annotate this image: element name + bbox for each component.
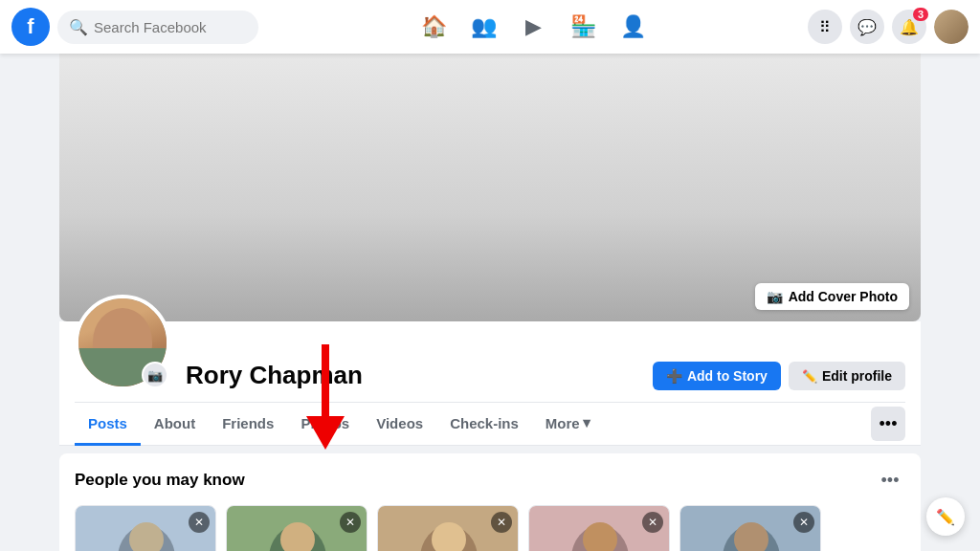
close-person-button[interactable]: ✕ xyxy=(340,512,361,533)
people-header: People you may know ••• xyxy=(75,465,905,496)
people-cards: ✕ ✕ ✕ ✕ xyxy=(75,505,905,551)
profile-section: 📷 Rory Chapman ➕ Add to Story ✏️ Edit pr… xyxy=(59,321,921,446)
close-person-button[interactable]: ✕ xyxy=(491,512,512,533)
tab-posts[interactable]: Posts xyxy=(75,404,141,446)
profile-avatar-wrapper: 📷 xyxy=(75,295,170,390)
marketplace-nav-button[interactable]: 🏪 xyxy=(560,4,606,50)
nav-left: f 🔍 xyxy=(11,8,258,46)
nav-center: 🏠 👥 ▶ 🏪 👤 xyxy=(258,4,808,50)
friends-icon: 👥 xyxy=(471,14,497,39)
home-nav-button[interactable]: 🏠 xyxy=(411,4,457,50)
tab-about[interactable]: About xyxy=(141,404,209,446)
top-navigation: f 🔍 🏠 👥 ▶ 🏪 👤 ⠿ 💬 🔔 3 xyxy=(0,0,980,54)
notifications-button[interactable]: 🔔 3 xyxy=(892,10,926,44)
grid-icon: ⠿ xyxy=(819,18,831,36)
marketplace-icon: 🏪 xyxy=(570,14,596,39)
home-icon: 🏠 xyxy=(421,14,447,39)
profile-top: 📷 Rory Chapman ➕ Add to Story ✏️ Edit pr… xyxy=(75,321,905,402)
profile-name-area: Rory Chapman xyxy=(186,361,653,390)
watch-icon: ▶ xyxy=(525,14,542,39)
profile-actions: ➕ Add to Story ✏️ Edit profile xyxy=(653,362,905,390)
notification-icon: 🔔 xyxy=(900,18,919,36)
camera-icon: 📷 xyxy=(767,289,783,304)
tab-more[interactable]: More ▾ xyxy=(532,403,604,446)
list-item: ✕ xyxy=(377,505,519,551)
compose-button[interactable]: ✏️ xyxy=(926,497,965,536)
edit-profile-button[interactable]: ✏️ Edit profile xyxy=(789,362,905,390)
profile-avatar-button[interactable] xyxy=(934,10,969,44)
people-more-button[interactable]: ••• xyxy=(875,465,905,496)
camera-small-icon: 📷 xyxy=(147,368,163,383)
person-photo: ✕ xyxy=(76,506,215,551)
cover-photo: 📷 Add Cover Photo xyxy=(59,54,921,321)
search-input[interactable] xyxy=(94,19,247,35)
list-item: ✕ xyxy=(528,505,670,551)
cover-area: 📷 Add Cover Photo 📷 xyxy=(59,54,921,446)
tab-checkins[interactable]: Check-ins xyxy=(436,404,532,446)
person-photo: ✕ xyxy=(227,506,367,551)
compose-icon: ✏️ xyxy=(936,508,955,526)
close-person-button[interactable]: ✕ xyxy=(793,512,814,533)
friends-nav-button[interactable]: 👥 xyxy=(460,4,506,50)
search-icon: 🔍 xyxy=(69,18,88,36)
user-avatar xyxy=(934,10,969,44)
watch-nav-button[interactable]: ▶ xyxy=(510,4,556,50)
notification-badge: 3 xyxy=(913,8,928,21)
pencil-icon: ✏️ xyxy=(802,369,817,384)
change-avatar-button[interactable]: 📷 xyxy=(142,362,168,388)
plus-icon: ➕ xyxy=(666,368,682,384)
groups-nav-button[interactable]: 👤 xyxy=(610,4,656,50)
tab-friends[interactable]: Friends xyxy=(209,404,287,446)
close-person-button[interactable]: ✕ xyxy=(642,512,663,533)
messenger-button[interactable]: 💬 xyxy=(850,10,884,44)
list-item: ✕ xyxy=(679,505,821,551)
add-to-story-button[interactable]: ➕ Add to Story xyxy=(653,362,781,390)
profile-tabs: Posts About Friends Photos Videos Check-… xyxy=(75,402,905,445)
main-content: 📷 Add Cover Photo 📷 xyxy=(0,54,980,551)
more-options-button[interactable]: ••• xyxy=(871,407,905,441)
grid-menu-button[interactable]: ⠿ xyxy=(808,10,842,44)
people-section: People you may know ••• ✕ ✕ xyxy=(59,453,921,551)
people-section-title: People you may know xyxy=(75,471,245,490)
person-photo: ✕ xyxy=(529,506,669,551)
list-item: ✕ xyxy=(75,505,216,551)
three-dot-icon: ••• xyxy=(881,471,900,491)
chevron-down-icon: ▾ xyxy=(583,414,590,431)
list-item: ✕ xyxy=(226,505,368,551)
tab-photos[interactable]: Photos xyxy=(287,404,363,446)
nav-right: ⠿ 💬 🔔 3 xyxy=(808,10,969,44)
messenger-icon: 💬 xyxy=(858,18,877,36)
three-dot-icon: ••• xyxy=(880,414,898,434)
person-photo: ✕ xyxy=(680,506,820,551)
profile-name: Rory Chapman xyxy=(186,361,653,390)
close-person-button[interactable]: ✕ xyxy=(189,512,210,533)
groups-icon: 👤 xyxy=(620,14,646,39)
facebook-logo[interactable]: f xyxy=(11,8,50,46)
person-photo: ✕ xyxy=(378,506,518,551)
tab-videos[interactable]: Videos xyxy=(363,404,436,446)
search-container[interactable]: 🔍 xyxy=(57,11,258,44)
add-cover-photo-button[interactable]: 📷 Add Cover Photo xyxy=(755,283,909,310)
